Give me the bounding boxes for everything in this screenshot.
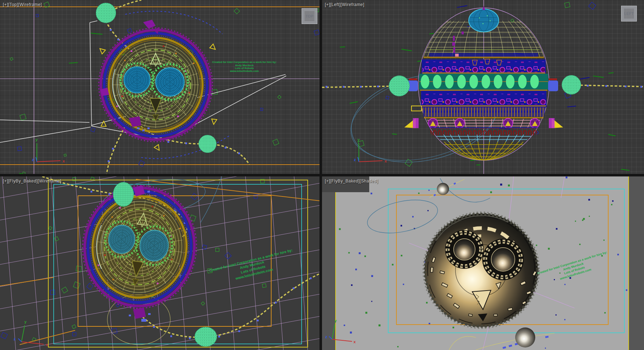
viewport-label[interactable]: [+][Top][Wireframe] bbox=[3, 2, 42, 7]
scatter-debris bbox=[19, 33, 116, 174]
svg-text:y: y bbox=[335, 319, 337, 323]
viewport-left[interactable]: [+][Left][Wireframe] LEFT bbox=[322, 0, 644, 174]
flyby-shaded-scene: Created for Intel Corporation as a work … bbox=[322, 176, 644, 350]
chrome-moon-sphere[interactable] bbox=[437, 183, 449, 195]
svg-text:x: x bbox=[385, 159, 387, 163]
viewcube-face-label: LEFT bbox=[624, 12, 634, 16]
axis-tripod: y x z bbox=[32, 137, 65, 163]
svg-text:z: z bbox=[32, 157, 34, 162]
green-moon-sphere[interactable] bbox=[199, 135, 216, 152]
gear-eye-left bbox=[445, 230, 484, 269]
svg-text:z: z bbox=[325, 335, 327, 339]
viewcube[interactable]: TOP bbox=[302, 8, 317, 24]
svg-text:x: x bbox=[353, 340, 356, 344]
svg-text:z: z bbox=[354, 157, 356, 162]
viewport-top[interactable]: [+][Top][Wireframe] TOP bbox=[0, 0, 319, 174]
svg-text:y: y bbox=[35, 137, 38, 142]
gear-eye-right bbox=[482, 239, 524, 280]
green-moon-sphere[interactable] bbox=[96, 3, 116, 23]
green-moon-sphere[interactable] bbox=[195, 327, 216, 346]
green-moon-sphere[interactable] bbox=[389, 76, 410, 96]
svg-text:x: x bbox=[63, 159, 65, 163]
viewcube-face-label: TOP bbox=[306, 14, 313, 18]
svg-text:z: z bbox=[14, 337, 16, 341]
viewcube[interactable]: LEFT bbox=[621, 6, 637, 21]
viewport-label[interactable]: [+][FlyBy_Baked][Shaded] bbox=[325, 179, 378, 184]
viewport-label[interactable]: [+][FlyBy_Baked][Wireframe] bbox=[3, 179, 62, 184]
owl-station-perspective[interactable] bbox=[75, 179, 203, 322]
svg-text:y: y bbox=[357, 137, 360, 142]
left-viewport-scene: y x z bbox=[322, 0, 644, 174]
svg-text:x: x bbox=[46, 342, 48, 347]
viewport-flyby-shaded[interactable]: [+][FlyBy_Baked][Shaded] bbox=[322, 176, 644, 350]
axis-tripod: y x z bbox=[354, 137, 387, 163]
svg-text:www.lotsofrobots.com: www.lotsofrobots.com bbox=[230, 69, 259, 73]
top-viewport-scene: Created for Intel Corporation as a work … bbox=[0, 0, 319, 174]
svg-text:Created for Intel Corporation: Created for Intel Corporation as a work … bbox=[212, 60, 277, 64]
chrome-moon-sphere[interactable] bbox=[515, 327, 535, 347]
green-moon-sphere[interactable] bbox=[562, 76, 581, 94]
flyby-wireframe-scene: Created for Intel Corporation as a work … bbox=[0, 176, 319, 350]
green-moon-sphere[interactable] bbox=[113, 182, 134, 206]
viewport-label[interactable]: [+][Left][Wireframe] bbox=[325, 2, 364, 7]
watermark: Created for Intel Corporation as a work … bbox=[212, 60, 277, 73]
axis-tripod: y x z bbox=[14, 320, 48, 347]
svg-text:y: y bbox=[24, 320, 27, 324]
viewport-flyby-wireframe[interactable]: [+][FlyBy_Baked][Wireframe] bbox=[0, 176, 319, 350]
shaded-station[interactable] bbox=[423, 212, 539, 328]
